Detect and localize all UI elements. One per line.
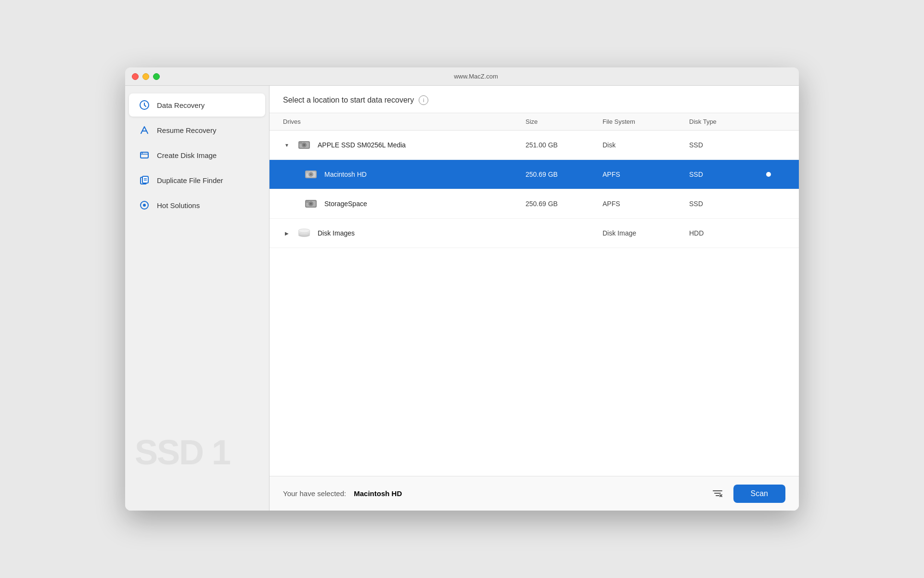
drive-name: Disk Images [318, 229, 355, 237]
table-row[interactable]: StorageSpace 250.69 GB APFS SSD [270, 189, 799, 219]
svg-point-28 [298, 229, 310, 233]
drive-name-cell: ▶ Disk Images [283, 225, 526, 241]
col-header-drives: Drives [283, 118, 526, 125]
svg-rect-14 [299, 142, 302, 144]
sidebar-label-create-disk-image: Create Disk Image [157, 151, 217, 159]
svg-point-13 [303, 144, 305, 146]
bottom-actions: Scan [709, 485, 785, 503]
table-row[interactable]: Macintosh HD 250.69 GB APFS SSD [270, 160, 799, 189]
sidebar-item-hot-solutions[interactable]: Hot Solutions [129, 194, 265, 217]
data-recovery-icon [139, 99, 150, 111]
drive-disktype: SSD [689, 200, 766, 208]
col-header-size: Size [526, 118, 603, 125]
col-header-disktype: Disk Type [689, 118, 766, 125]
sidebar-item-duplicate-file-finder[interactable]: Duplicate File Finder [129, 169, 265, 192]
title-bar: www.MacZ.com [125, 67, 799, 86]
drive-filesystem: Disk [603, 141, 689, 149]
col-header-filesystem: File System [603, 118, 689, 125]
sidebar-label-data-recovery: Data Recovery [157, 101, 205, 109]
drive-disktype: SSD [689, 171, 766, 178]
sidebar-item-data-recovery[interactable]: Data Recovery [129, 93, 265, 117]
filter-icon[interactable] [709, 486, 726, 502]
svg-rect-1 [141, 152, 148, 158]
title-bar-text: www.MacZ.com [160, 73, 792, 80]
svg-point-23 [310, 203, 312, 205]
create-disk-image-icon [139, 149, 150, 161]
sidebar-label-duplicate-file-finder: Duplicate File Finder [157, 176, 223, 184]
svg-point-3 [142, 153, 143, 154]
app-window: www.MacZ.com Data Recovery [125, 67, 799, 511]
content-area: Select a location to start data recovery… [270, 86, 799, 511]
content-header-title: Select a location to start data recovery [283, 96, 414, 105]
drive-name: StorageSpace [324, 200, 367, 208]
table-header: Drives Size File System Disk Type [270, 113, 799, 131]
drive-filesystem: Disk Image [603, 229, 689, 237]
drive-size: 250.69 GB [526, 171, 603, 178]
selected-indicator [766, 172, 771, 177]
drive-name-cell: Macintosh HD [303, 167, 526, 182]
sidebar-item-create-disk-image[interactable]: Create Disk Image [129, 144, 265, 167]
expand-arrow-icon[interactable]: ▼ [283, 141, 291, 149]
drive-name-cell: ▼ APPLE SSD SM0256L Media [283, 137, 526, 153]
drive-filesystem: APFS [603, 171, 689, 178]
sidebar-label-hot-solutions: Hot Solutions [157, 201, 200, 210]
resume-recovery-icon [139, 124, 150, 136]
selected-label: Your have selected: [283, 489, 346, 498]
maximize-button[interactable] [153, 73, 160, 80]
hot-solutions-icon [139, 199, 150, 211]
drive-name: Macintosh HD [324, 171, 367, 178]
sidebar: Data Recovery Resume Recovery [125, 86, 270, 511]
svg-point-18 [310, 173, 312, 175]
bottom-bar: Your have selected: Macintosh HD Scan [270, 476, 799, 511]
drive-name: APPLE SSD SM0256L Media [318, 141, 406, 149]
table-row[interactable]: ▶ Disk Images Disk Image HDD [270, 219, 799, 248]
col-header-indicator [766, 118, 785, 125]
sidebar-item-resume-recovery[interactable]: Resume Recovery [129, 118, 265, 142]
close-button[interactable] [132, 73, 139, 80]
svg-point-9 [143, 204, 146, 207]
drive-size: 250.69 GB [526, 200, 603, 208]
drives-table: ▼ APPLE SSD SM0256L Media 251.00 GB Disk… [270, 131, 799, 476]
traffic-lights [132, 73, 160, 80]
drive-filesystem: APFS [603, 200, 689, 208]
main-layout: Data Recovery Resume Recovery [125, 86, 799, 511]
sidebar-label-resume-recovery: Resume Recovery [157, 126, 216, 134]
selected-value: Macintosh HD [354, 489, 402, 498]
expand-arrow-icon[interactable]: ▶ [283, 229, 291, 237]
minimize-button[interactable] [142, 73, 149, 80]
table-row[interactable]: ▼ APPLE SSD SM0256L Media 251.00 GB Disk… [270, 131, 799, 160]
disk-icon [303, 196, 319, 211]
drive-size: 251.00 GB [526, 141, 603, 149]
drive-disktype: HDD [689, 229, 766, 237]
duplicate-file-finder-icon [139, 174, 150, 186]
scan-button[interactable]: Scan [733, 485, 785, 503]
svg-rect-19 [306, 171, 309, 173]
disk-icon [296, 137, 312, 153]
disk-images-icon [296, 225, 312, 241]
svg-rect-24 [306, 201, 309, 203]
info-icon[interactable]: i [419, 95, 428, 105]
disk-icon [303, 167, 319, 182]
svg-rect-5 [142, 176, 148, 183]
drive-name-cell: StorageSpace [303, 196, 526, 211]
drive-disktype: SSD [689, 141, 766, 149]
content-header: Select a location to start data recovery… [270, 86, 799, 113]
